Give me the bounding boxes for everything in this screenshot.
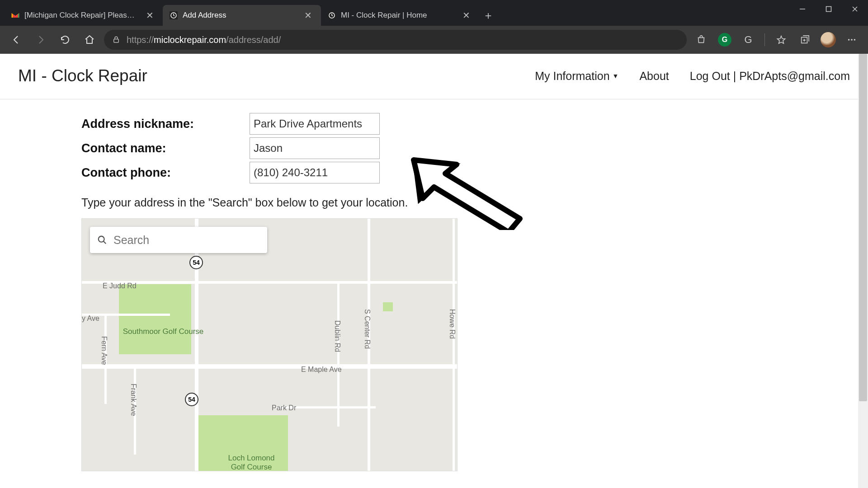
close-icon[interactable]: ✕ [302, 9, 315, 22]
label-dublin: Dublin Rd [333, 320, 341, 352]
collections-button[interactable] [795, 30, 815, 50]
vertical-scrollbar[interactable] [858, 54, 868, 488]
svg-rect-5 [114, 39, 119, 43]
label-parkdr: Park Dr [272, 404, 296, 412]
site-brand[interactable]: MI - Clock Repair [18, 66, 147, 85]
tab-home[interactable]: MI - Clock Repair | Home ✕ [321, 5, 479, 26]
contact-name-label: Contact name: [81, 141, 250, 155]
window-controls [789, 0, 868, 18]
tab-title: MI - Clock Repair | Home [341, 11, 455, 20]
minimize-button[interactable] [789, 0, 816, 18]
url-text: https://miclockrepair.com/address/add/ [127, 35, 281, 45]
nav-label: Log Out | PkDrApts@gmail.com [690, 70, 850, 83]
chevron-down-icon: ▼ [613, 72, 619, 80]
site-header: MI - Clock Repair My Information ▼ About… [0, 54, 868, 99]
scrollbar-thumb[interactable] [859, 54, 867, 401]
toolbar-divider [764, 33, 765, 46]
new-tab-button[interactable]: ＋ [479, 5, 497, 26]
row-nickname: Address nickname: [81, 113, 868, 135]
svg-point-7 [848, 39, 850, 41]
lock-icon [112, 36, 120, 44]
label-fern: Fern Ave [100, 336, 108, 365]
address-bar[interactable]: https://miclockrepair.com/address/add/ [104, 30, 687, 50]
label-yave: y Ave [82, 314, 99, 323]
svg-point-9 [854, 39, 856, 41]
road-dublin [337, 282, 340, 427]
label-loch: Loch Lomond Golf Course [213, 454, 290, 471]
tab-gmail[interactable]: [Michigan Clock Repair] Please C ✕ [5, 5, 163, 26]
label-judd: E Judd Rd [103, 282, 137, 290]
contact-name-input[interactable] [250, 137, 380, 159]
tab-title: Add Address [183, 11, 297, 20]
map-search-input[interactable] [113, 234, 260, 247]
annotation-arrow [407, 153, 524, 230]
svg-point-8 [851, 39, 853, 41]
clock-icon [327, 11, 336, 20]
forward-button[interactable] [31, 30, 51, 50]
label-scenter: S Center Rd [363, 309, 371, 349]
close-window-button[interactable] [842, 0, 868, 18]
tab-strip: [Michigan Clock Repair] Please C ✕ Add A… [5, 5, 497, 26]
search-icon [97, 235, 107, 245]
nav-my-information[interactable]: My Information ▼ [535, 70, 618, 83]
label-howe: Howe Rd [448, 309, 456, 339]
nav-label: About [639, 70, 669, 83]
close-icon[interactable]: ✕ [143, 9, 156, 22]
google-search-icon[interactable]: G [738, 30, 758, 50]
svg-rect-4 [826, 7, 831, 12]
clock-icon [169, 11, 178, 20]
close-icon[interactable]: ✕ [460, 9, 473, 22]
nav-logout[interactable]: Log Out | PkDrApts@gmail.com [690, 70, 850, 83]
nickname-label: Address nickname: [81, 117, 250, 131]
gmail-icon [11, 11, 20, 20]
contact-phone-input[interactable] [250, 162, 380, 183]
label-maple: E Maple Ave [301, 366, 342, 374]
menu-button[interactable] [842, 30, 862, 50]
route-badge-54-top: 54 [189, 256, 203, 269]
avatar [821, 32, 836, 47]
maximize-button[interactable] [816, 0, 842, 18]
nav-label: My Information [535, 70, 609, 83]
contact-phone-label: Contact phone: [81, 166, 250, 180]
back-button[interactable] [6, 30, 26, 50]
park-small [383, 302, 393, 311]
browser-toolbar: https://miclockrepair.com/address/add/ G… [0, 26, 868, 54]
road-maple [82, 364, 458, 369]
label-southmoor: Southmoor Golf Course [109, 327, 217, 336]
page-viewport: MI - Clock Repair My Information ▼ About… [0, 54, 868, 488]
label-frank: Frank Ave [129, 384, 137, 416]
map[interactable]: E Judd Rd y Ave Southmoor Golf Course Fe… [81, 218, 458, 471]
svg-point-10 [99, 236, 104, 242]
toolbar-right: G G [691, 30, 862, 50]
home-button[interactable] [80, 30, 99, 50]
map-search-box[interactable] [90, 227, 267, 253]
nav-about[interactable]: About [639, 70, 669, 83]
browser-titlebar: [Michigan Clock Repair] Please C ✕ Add A… [0, 0, 868, 26]
shopping-icon[interactable] [691, 30, 711, 50]
favorites-button[interactable] [771, 30, 791, 50]
site-nav: My Information ▼ About Log Out | PkDrApt… [535, 70, 850, 83]
grammarly-icon[interactable]: G [715, 30, 735, 50]
road-judd [82, 281, 458, 284]
nickname-input[interactable] [250, 113, 380, 135]
tab-add-address[interactable]: Add Address ✕ [163, 5, 321, 26]
refresh-button[interactable] [55, 30, 75, 50]
road-howe [453, 219, 455, 471]
profile-button[interactable] [818, 30, 838, 50]
route-badge-54-bottom: 54 [185, 393, 198, 406]
tab-title: [Michigan Clock Repair] Please C [24, 11, 139, 20]
